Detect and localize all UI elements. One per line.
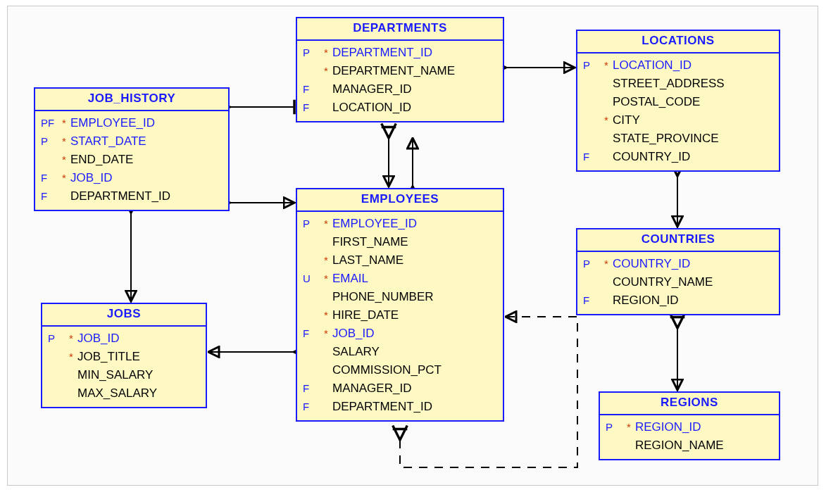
entity-columns: P*REGION_IDREGION_NAME [600,415,779,459]
entity-departments: DEPARTMENTSP*DEPARTMENT_ID*DEPARTMENT_NA… [296,17,504,122]
column-key-indicator: P [583,56,601,75]
entity-job-history: JOB_HISTORYPF*EMPLOYEE_IDP*START_DATE*EN… [34,87,230,211]
column-key-indicator: P [583,255,601,273]
column-name: REGION_ID [611,291,679,310]
entity-columns: P*LOCATION_IDSTREET_ADDRESSPOSTAL_CODE*C… [577,53,779,170]
column-row: P*JOB_ID [42,329,206,348]
column-key-indicator: P [41,132,59,151]
column-name: DEPARTMENT_ID [331,44,432,62]
column-row: STREET_ADDRESS [577,75,779,93]
column-row: MAX_SALARY [42,384,206,403]
column-row: FCOUNTRY_ID [577,148,779,166]
column-name: STREET_ADDRESS [611,75,725,93]
column-name: JOB_ID [69,169,113,187]
column-name: COUNTRY_ID [611,255,690,273]
column-row: FREGION_ID [577,291,779,310]
column-name: MANAGER_ID [331,379,411,398]
column-required-indicator: * [601,111,611,130]
column-row: *CITY [577,111,779,130]
column-required-indicator: * [321,270,331,288]
column-name: SALARY [331,343,380,361]
entity-title: DEPARTMENTS [297,18,503,41]
entity-columns: PF*EMPLOYEE_IDP*START_DATE*END_DATEF*JOB… [35,111,228,210]
entity-title: COUNTRIES [577,229,779,252]
column-name: HIRE_DATE [331,306,399,325]
column-key-indicator: P [303,215,321,233]
column-key-indicator: F [303,325,321,343]
column-required-indicator: * [601,255,611,273]
column-row: P*REGION_ID [600,418,779,436]
entity-locations: LOCATIONSP*LOCATION_IDSTREET_ADDRESSPOST… [576,30,780,172]
entity-columns: P*DEPARTMENT_ID*DEPARTMENT_NAMEFMANAGER_… [297,41,503,121]
column-required-indicator: * [321,325,331,343]
entity-countries: COUNTRIESP*COUNTRY_IDCOUNTRY_NAMEFREGION… [576,228,780,315]
entity-title: REGIONS [600,393,779,415]
column-row: STATE_PROVINCE [577,130,779,148]
column-row: FDEPARTMENT_ID [35,187,228,206]
entity-title: JOBS [42,304,206,327]
column-name: JOB_TITLE [76,348,140,366]
column-name: EMPLOYEE_ID [331,215,417,233]
column-key-indicator: F [303,379,321,398]
column-row: F*JOB_ID [297,325,503,343]
column-row: U*EMAIL [297,270,503,288]
column-name: JOB_ID [331,325,375,343]
er-diagram-canvas: JOB_HISTORYPF*EMPLOYEE_IDP*START_DATE*EN… [0,0,826,504]
column-name: END_DATE [69,151,133,169]
column-key-indicator: F [303,99,321,117]
column-key-indicator: F [41,169,59,187]
column-name: FIRST_NAME [331,233,408,251]
column-name: DEPARTMENT_ID [331,398,432,416]
column-row: *LAST_NAME [297,251,503,270]
column-name: DEPARTMENT_ID [69,187,170,206]
column-name: JOB_ID [76,329,120,348]
column-row: F*JOB_ID [35,169,228,187]
column-key-indicator: P [303,44,321,62]
column-required-indicator: * [321,44,331,62]
column-key-indicator: F [583,291,601,310]
column-name: COUNTRY_ID [611,148,690,166]
column-row: *DEPARTMENT_NAME [297,62,503,80]
column-row: POSTAL_CODE [577,93,779,111]
column-required-indicator: * [66,348,76,366]
column-key-indicator: U [303,270,321,288]
column-name: MAX_SALARY [76,384,157,403]
entity-title: LOCATIONS [577,31,779,53]
column-key-indicator: F [583,148,601,166]
column-row: P*EMPLOYEE_ID [297,215,503,233]
column-row: MIN_SALARY [42,366,206,384]
column-name: COUNTRY_NAME [611,273,713,291]
entity-title: JOB_HISTORY [35,89,228,111]
entity-regions: REGIONSP*REGION_IDREGION_NAME [599,391,780,460]
column-row: P*START_DATE [35,132,228,151]
column-name: LOCATION_ID [331,99,411,117]
column-row: SALARY [297,343,503,361]
column-required-indicator: * [59,151,69,169]
column-key-indicator: F [303,80,321,99]
column-key-indicator: F [303,398,321,416]
column-name: PHONE_NUMBER [331,288,434,306]
column-name: DEPARTMENT_NAME [331,62,455,80]
column-required-indicator: * [321,215,331,233]
entity-jobs: JOBSP*JOB_ID*JOB_TITLEMIN_SALARYMAX_SALA… [41,303,207,408]
column-row: *JOB_TITLE [42,348,206,366]
column-required-indicator: * [321,306,331,325]
column-row: COUNTRY_NAME [577,273,779,291]
column-name: STATE_PROVINCE [611,130,719,148]
entity-columns: P*EMPLOYEE_IDFIRST_NAME*LAST_NAMEU*EMAIL… [297,212,503,420]
column-row: PHONE_NUMBER [297,288,503,306]
column-name: EMAIL [331,270,368,288]
column-required-indicator: * [601,56,611,75]
column-row: COMMISSION_PCT [297,361,503,379]
column-row: P*DEPARTMENT_ID [297,44,503,62]
column-required-indicator: * [624,418,634,436]
column-row: FDEPARTMENT_ID [297,398,503,416]
column-required-indicator: * [321,251,331,270]
column-key-indicator: P [606,418,624,436]
column-key-indicator: F [41,187,59,206]
column-name: MANAGER_ID [331,80,411,99]
column-required-indicator: * [321,62,331,80]
column-row: FLOCATION_ID [297,99,503,117]
column-required-indicator: * [66,329,76,348]
column-required-indicator: * [59,132,69,151]
